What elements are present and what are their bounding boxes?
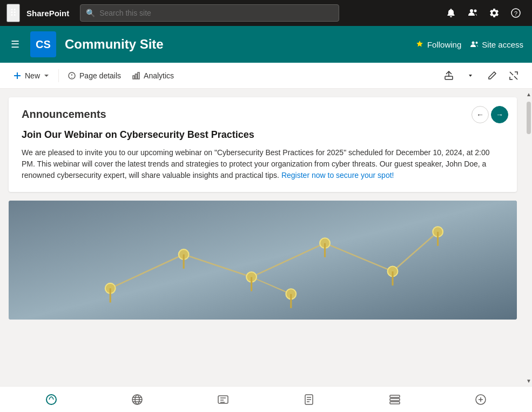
network-image bbox=[9, 201, 517, 320]
scroll-down-button[interactable]: ▼ bbox=[526, 375, 532, 386]
svg-point-32 bbox=[46, 395, 56, 404]
svg-point-0 bbox=[470, 9, 473, 12]
scrollbar-thumb[interactable] bbox=[527, 102, 531, 134]
header-actions: Following Site access bbox=[415, 40, 523, 49]
scroll-up-button[interactable]: ▲ bbox=[526, 89, 532, 99]
image-placeholder bbox=[9, 201, 517, 320]
top-navigation: ⠿ SharePoint 🔍 ? bbox=[0, 0, 532, 26]
news-icon-button[interactable] bbox=[212, 389, 234, 410]
toolbar: New Page details Analytics bbox=[0, 63, 532, 89]
people-icon-button[interactable] bbox=[463, 3, 482, 23]
notification-icon-button[interactable] bbox=[441, 3, 461, 23]
svg-point-5 bbox=[476, 42, 478, 44]
following-label: Following bbox=[427, 40, 461, 49]
svg-rect-36 bbox=[390, 395, 400, 397]
card-navigation: ← → bbox=[472, 106, 508, 123]
page-icon-button[interactable] bbox=[298, 389, 320, 410]
site-access-button[interactable]: Site access bbox=[470, 40, 523, 49]
svg-rect-7 bbox=[133, 76, 134, 79]
toolbar-right bbox=[439, 66, 523, 85]
announcements-card: ← → Announcements Join Our Webinar on Cy… bbox=[9, 97, 517, 192]
settings-icon-button[interactable] bbox=[484, 3, 504, 23]
hamburger-menu-button[interactable]: ☰ bbox=[9, 36, 22, 52]
svg-rect-37 bbox=[390, 398, 400, 401]
waffle-menu-button[interactable]: ⠿ bbox=[6, 4, 20, 22]
announcements-title: Announcements bbox=[22, 108, 504, 121]
announcement-body: We are pleased to invite you to our upco… bbox=[22, 147, 504, 181]
image-card bbox=[9, 201, 517, 320]
share-dropdown-button[interactable] bbox=[461, 66, 480, 85]
top-nav-icons: ? bbox=[441, 3, 526, 23]
help-icon-button[interactable]: ? bbox=[506, 3, 526, 23]
viva-icon-button[interactable] bbox=[41, 389, 62, 410]
site-title: Community Site bbox=[65, 37, 407, 52]
next-announcement-button[interactable]: → bbox=[491, 106, 508, 123]
share-button[interactable] bbox=[439, 66, 459, 85]
following-button[interactable]: Following bbox=[415, 40, 461, 49]
svg-rect-9 bbox=[138, 72, 139, 79]
sharepoint-logo: SharePoint bbox=[26, 9, 69, 18]
bottom-bar bbox=[0, 386, 532, 412]
analytics-label: Analytics bbox=[144, 71, 174, 80]
search-box: 🔍 bbox=[80, 4, 339, 22]
svg-text:?: ? bbox=[514, 10, 517, 17]
page-details-button[interactable]: Page details bbox=[63, 68, 125, 83]
announcement-headline: Join Our Webinar on Cybersecurity Best P… bbox=[22, 129, 504, 141]
svg-point-1 bbox=[474, 10, 477, 12]
new-button[interactable]: New bbox=[9, 68, 54, 83]
prev-announcement-button[interactable]: ← bbox=[472, 106, 489, 123]
svg-rect-8 bbox=[136, 74, 137, 79]
svg-rect-38 bbox=[390, 402, 400, 404]
toolbar-separator bbox=[58, 69, 59, 82]
fullscreen-button[interactable] bbox=[504, 66, 523, 85]
site-header: ☰ CS Community Site Following Site acces… bbox=[0, 26, 532, 63]
search-input[interactable] bbox=[99, 9, 333, 17]
site-logo: CS bbox=[30, 31, 56, 57]
list-icon-button[interactable] bbox=[384, 389, 406, 410]
main-content: ← → Announcements Join Our Webinar on Cy… bbox=[0, 89, 532, 386]
scrollbar: ▲ ▼ bbox=[526, 89, 532, 386]
edit-button[interactable] bbox=[482, 66, 502, 85]
new-label: New bbox=[25, 71, 40, 80]
site-access-label: Site access bbox=[482, 40, 523, 49]
svg-point-4 bbox=[472, 42, 475, 44]
search-icon: 🔍 bbox=[86, 9, 95, 17]
content-area: ← → Announcements Join Our Webinar on Cy… bbox=[0, 89, 526, 386]
svg-rect-11 bbox=[9, 201, 517, 320]
globe-icon-button[interactable] bbox=[126, 389, 148, 410]
analytics-button[interactable]: Analytics bbox=[127, 68, 178, 83]
add-icon-button[interactable] bbox=[470, 389, 491, 410]
register-link[interactable]: Register now to secure your spot! bbox=[281, 171, 394, 180]
page-details-label: Page details bbox=[79, 71, 121, 80]
